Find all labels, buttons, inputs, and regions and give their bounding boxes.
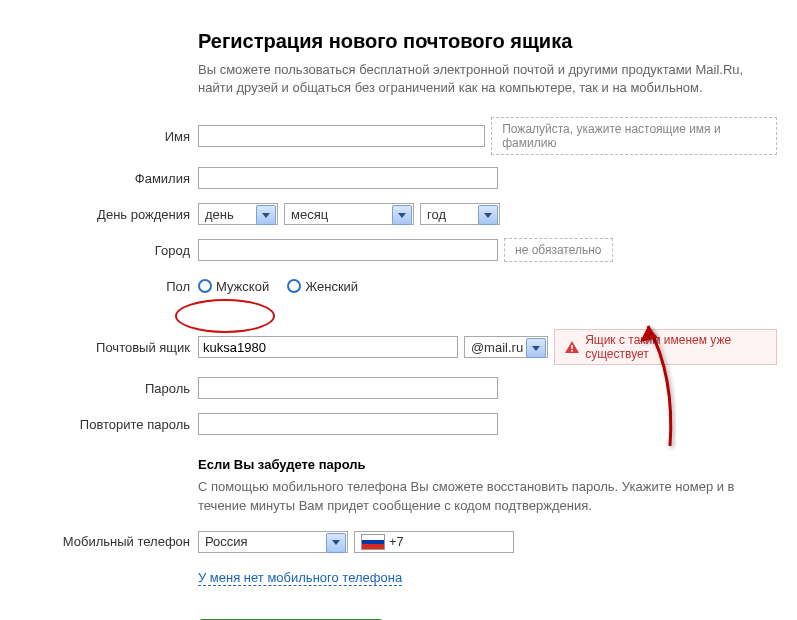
mailbox-error-text: Ящик с таким именем уже существует [585,333,766,361]
name-hint: Пожалуйста, укажите настоящие имя и фами… [491,117,777,155]
label-first-name: Имя [20,129,198,144]
city-hint: не обязательно [504,238,613,262]
label-password-repeat: Повторите пароль [20,417,198,432]
birthday-month-select[interactable]: месяц [284,203,414,225]
radio-icon [198,279,212,293]
page-title: Регистрация нового почтового ящика [198,30,777,53]
label-mailbox: Почтовый ящик [20,340,198,355]
birthday-year-value: год [427,207,446,222]
label-mobile: Мобильный телефон [20,534,198,549]
phone-prefix-text: +7 [389,534,404,549]
label-password: Пароль [20,381,198,396]
first-name-input[interactable] [198,125,485,147]
page-subtitle: Вы сможете пользоваться бесплатной элект… [198,61,758,97]
chevron-down-icon [392,205,412,225]
birthday-day-select[interactable]: день [198,203,278,225]
mailbox-error: Ящик с таким именем уже существует [554,329,777,365]
phone-country-value: Россия [205,534,248,549]
phone-input[interactable]: +7 [354,531,514,553]
birthday-month-value: месяц [291,207,328,222]
svg-rect-1 [571,350,573,352]
recovery-heading: Если Вы забудете пароль [198,457,777,472]
radio-icon [287,279,301,293]
gender-female-radio[interactable]: Женский [287,279,358,294]
label-city: Город [20,243,198,258]
password-repeat-input[interactable] [198,413,498,435]
chevron-down-icon [326,533,346,553]
last-name-input[interactable] [198,167,498,189]
mailbox-input[interactable] [198,336,458,358]
chevron-down-icon [526,338,546,358]
warning-icon [565,341,579,353]
russia-flag-icon [361,534,385,550]
label-gender: Пол [20,279,198,294]
birthday-day-value: день [205,207,234,222]
recovery-desc: С помощью мобильного телефона Вы сможете… [198,478,758,514]
phone-country-select[interactable]: Россия [198,531,348,553]
chevron-down-icon [478,205,498,225]
gender-male-label: Мужской [216,279,269,294]
gender-male-radio[interactable]: Мужской [198,279,269,294]
gender-female-label: Женский [305,279,358,294]
domain-select[interactable]: @mail.ru [464,336,548,358]
svg-rect-0 [571,345,573,349]
label-birthday: День рождения [20,207,198,222]
birthday-year-select[interactable]: год [420,203,500,225]
chevron-down-icon [256,205,276,225]
no-mobile-link[interactable]: У меня нет мобильного телефона [198,570,402,586]
password-input[interactable] [198,377,498,399]
domain-value: @mail.ru [471,340,523,355]
city-input[interactable] [198,239,498,261]
label-last-name: Фамилия [20,171,198,186]
